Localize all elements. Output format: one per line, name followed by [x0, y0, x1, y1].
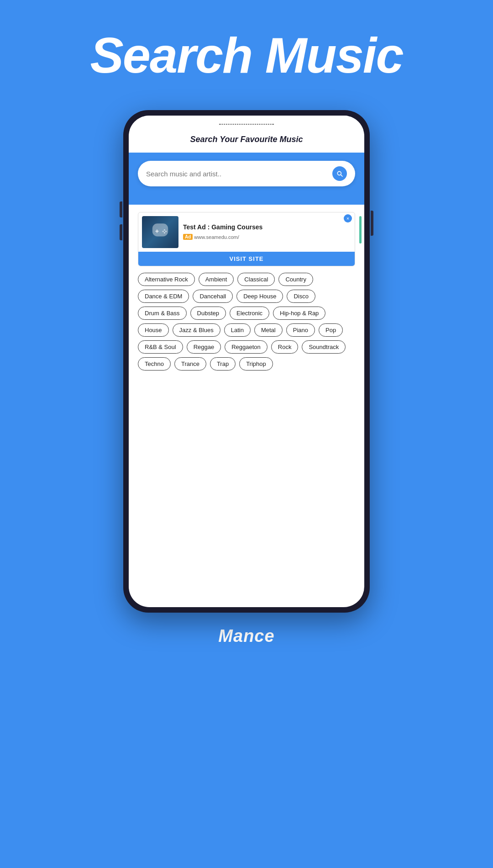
ad-label: Ad www.seamedu.com/	[183, 234, 239, 240]
svg-rect-1	[157, 229, 157, 233]
svg-point-4	[165, 231, 167, 232]
genre-tag[interactable]: House	[138, 323, 169, 337]
search-input[interactable]	[146, 170, 332, 178]
genre-tag[interactable]: Trap	[210, 357, 236, 370]
genre-tag[interactable]: Alternative Rock	[138, 273, 195, 286]
genre-tag[interactable]: Latin	[224, 323, 251, 337]
phone-content: Search Your Favourite Music ×	[129, 130, 364, 607]
ad-title: Test Ad : Gaming Courses	[183, 223, 351, 231]
svg-point-3	[163, 231, 164, 232]
ad-image	[142, 216, 178, 248]
genre-tag[interactable]: Classical	[237, 273, 275, 286]
phone-notch-area	[129, 116, 364, 130]
ad-close-button[interactable]: ×	[344, 214, 352, 222]
genre-tag[interactable]: Piano	[286, 323, 315, 337]
search-bar	[138, 161, 355, 186]
genre-tag[interactable]: Trance	[174, 357, 206, 370]
svg-point-5	[164, 232, 165, 233]
genre-tag[interactable]: Dancehall	[193, 290, 233, 303]
phone-notch	[219, 122, 274, 125]
power-button	[371, 211, 373, 236]
genre-tag[interactable]: Reggae	[187, 340, 221, 354]
genre-tag[interactable]: Pop	[319, 323, 343, 337]
genre-tag[interactable]: Triphop	[239, 357, 273, 370]
search-icon	[336, 170, 343, 177]
genre-tag[interactable]: Electronic	[230, 307, 269, 320]
genre-tag[interactable]: Metal	[254, 323, 283, 337]
volume-up-button	[120, 201, 122, 217]
genre-tag[interactable]: Dubstep	[190, 307, 226, 320]
volume-down-button	[120, 224, 122, 240]
ad-top: Test Ad : Gaming Courses Ad www.seamedu.…	[138, 212, 355, 252]
genre-tag[interactable]: Rock	[271, 340, 299, 354]
ad-badge: Ad	[183, 234, 193, 240]
scrollbar[interactable]	[359, 216, 362, 243]
genre-tag[interactable]: Dance & EDM	[138, 290, 189, 303]
genre-tag[interactable]: Drum & Bass	[138, 307, 187, 320]
phone-mockup: Search Your Favourite Music ×	[123, 110, 370, 613]
genre-tag[interactable]: Reggaeton	[225, 340, 267, 354]
ad-container: ×	[138, 212, 355, 266]
genre-tag[interactable]: Ambient	[199, 273, 234, 286]
gaming-controller-icon	[149, 221, 172, 243]
genre-tag[interactable]: Soundtrack	[302, 340, 346, 354]
search-heading: Search Your Favourite Music	[190, 135, 303, 144]
svg-point-2	[164, 229, 165, 231]
genre-tag[interactable]: R&B & Soul	[138, 340, 183, 354]
search-bar-wrapper	[129, 153, 364, 205]
page-title: Search Music	[90, 27, 403, 83]
genres-container: Alternative RockAmbientClassicalCountryD…	[138, 273, 355, 370]
search-button[interactable]	[332, 166, 347, 181]
genre-tag[interactable]: Deep House	[236, 290, 283, 303]
genre-tag[interactable]: Techno	[138, 357, 171, 370]
ad-text: Test Ad : Gaming Courses Ad www.seamedu.…	[183, 223, 351, 241]
ad-visit-button[interactable]: VISIT SITE	[138, 252, 355, 266]
ad-inner: Test Ad : Gaming Courses Ad www.seamedu.…	[138, 212, 355, 266]
genre-tag[interactable]: Country	[278, 273, 313, 286]
ad-url: www.seamedu.com/	[194, 234, 239, 240]
genre-tag[interactable]: Jazz & Blues	[173, 323, 220, 337]
phone-screen: Search Your Favourite Music ×	[129, 116, 364, 607]
genre-tag[interactable]: Disco	[287, 290, 315, 303]
genre-tag[interactable]: Hip-hop & Rap	[273, 307, 325, 320]
footer-text: Mance	[218, 626, 274, 646]
